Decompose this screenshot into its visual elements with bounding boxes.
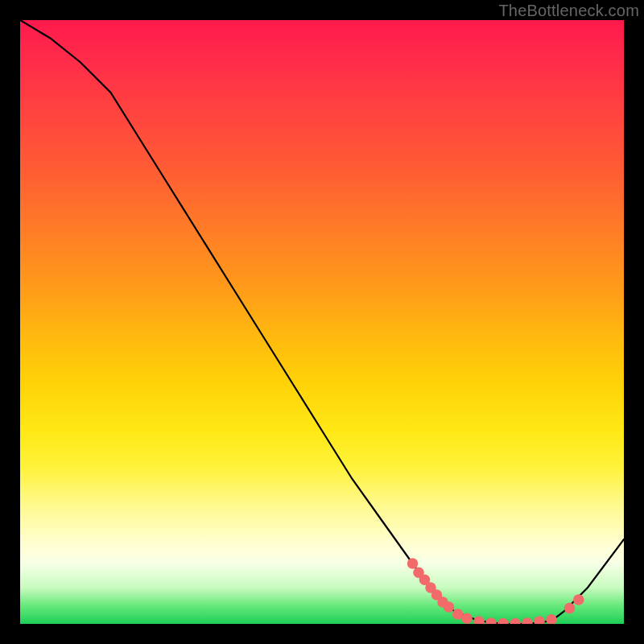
watermark-text: TheBottleneck.com — [498, 2, 639, 20]
chart-frame: TheBottleneck.com — [0, 0, 644, 644]
plot-svg — [20, 20, 624, 624]
curve-marker — [573, 594, 584, 605]
curve-marker — [497, 618, 509, 624]
curve-path — [20, 20, 624, 624]
curve-marker — [510, 618, 521, 624]
curve-marker — [522, 617, 533, 624]
curve-marker — [534, 616, 545, 624]
plot-area — [20, 20, 624, 624]
curve-marker — [461, 613, 473, 625]
curve-marker — [407, 558, 419, 569]
curve-marker — [473, 616, 485, 624]
marker-group — [407, 558, 584, 624]
curve-marker — [546, 614, 557, 624]
curve-marker — [444, 601, 455, 613]
curve-marker — [485, 617, 497, 624]
curve-marker — [564, 603, 576, 614]
